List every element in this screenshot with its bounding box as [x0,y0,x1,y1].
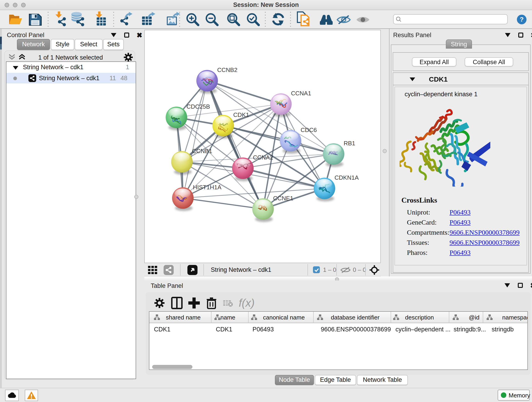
svg-text:shared name: shared name [166,314,201,321]
svg-text:database identifier: database identifier [331,314,380,321]
svg-text:name: name [220,314,235,321]
svg-text:CDK1: CDK1 [233,111,249,118]
svg-text:CDK1: CDK1 [216,326,232,333]
svg-text:P06493: P06493 [253,326,274,333]
svg-text:CDK1: CDK1 [154,326,171,333]
svg-text:CCNA1: CCNA1 [291,90,311,97]
svg-text:description: description [405,314,434,321]
svg-text:@id: @id [469,314,480,321]
svg-text:f(x): f(x) [239,297,254,309]
svg-text:CDC25B: CDC25B [186,103,210,110]
svg-text:CDC6: CDC6 [301,127,317,133]
svg-text:CDKN1A: CDKN1A [335,174,359,181]
svg-text:canonical name: canonical name [263,314,305,321]
svg-text:CCNE1: CCNE1 [273,195,293,202]
svg-text:9606.ENSP00000378699: 9606.ENSP00000378699 [321,326,391,333]
svg-text:RB1: RB1 [344,140,355,147]
svg-text:stringdb: stringdb [492,326,514,333]
svg-text:HIST1H1A: HIST1H1A [193,184,222,191]
svg-text:cyclin–dependent ...: cyclin–dependent ... [395,326,450,333]
svg-text:CCNB1: CCNB1 [192,148,212,154]
svg-text:stringdb:9...: stringdb:9... [454,326,486,333]
svg-text:CCNA2: CCNA2 [253,154,273,161]
svg-text:namespac: namespac [502,314,527,321]
svg-text:CCNB2: CCNB2 [217,66,237,73]
